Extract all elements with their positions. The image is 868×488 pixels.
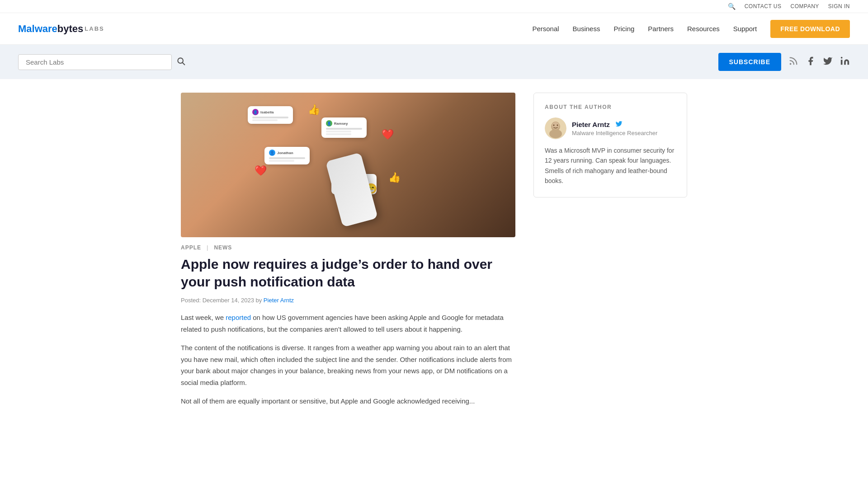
logo-blue-part: Malware [18,23,57,34]
notif-name-1: Isabella [260,110,274,114]
phone-body [326,152,378,227]
author-bio: Was a Microsoft MVP in consumer security… [545,145,676,186]
like-reaction-1: 👍 [308,104,320,116]
search-input-wrapper [18,54,185,70]
article: 👤 Isabella 👤 Ramsey [181,93,515,414]
svg-point-2 [790,63,792,65]
nav-support[interactable]: Support [733,25,757,33]
reported-link[interactable]: reported [226,314,251,321]
article-paragraph-1: Last week, we reported on how US governm… [181,312,515,335]
notif-name-2: Ramsey [334,122,348,126]
company-link[interactable]: COMPANY [791,3,819,9]
logo-black-part: bytes [57,23,83,34]
article-paragraph-3: Not all of them are equally important or… [181,395,515,407]
author-title: Malware Intelligence Researcher [572,130,657,136]
free-download-button[interactable]: FREE DOWNLOAD [770,20,850,38]
search-button[interactable] [176,56,185,68]
category-news: NEWS [214,244,232,251]
nav-personal[interactable]: Personal [532,25,559,33]
notif-card-2: 👤 Ramsey [321,117,367,138]
like-reaction-2: 👍 [388,172,401,183]
posted-date-text: Posted: December 14, 2023 by [181,297,262,304]
article-hero-image: 👤 Isabella 👤 Ramsey [181,93,515,237]
phone-illustration: 👤 Isabella 👤 Ramsey [181,93,515,237]
sign-in-link[interactable]: SIGN IN [828,3,850,9]
about-author-label: ABOUT THE AUTHOR [545,104,676,110]
rss-icon[interactable] [788,56,798,68]
search-bar: SUBSCRIBE [0,45,868,79]
author-avatar-svg [545,117,566,139]
main-content: 👤 Isabella 👤 Ramsey [163,79,705,428]
nav-business[interactable]: Business [573,25,600,33]
author-name: Pieter Arntz [572,121,610,128]
heart-reaction-1: ❤️ [382,129,394,141]
subscribe-button[interactable]: SUBSCRIBE [718,53,781,71]
svg-point-8 [553,125,555,126]
author-link[interactable]: Pieter Arntz [264,297,294,304]
article-meta: Posted: December 14, 2023 by Pieter Arnt… [181,297,515,304]
svg-line-1 [183,62,185,65]
search-input[interactable] [18,54,172,70]
author-twitter-icon[interactable] [615,120,623,129]
article-categories: APPLE | NEWS [181,244,515,251]
svg-point-7 [549,129,562,138]
nav-links: Personal Business Pricing Partners Resou… [532,20,850,38]
svg-point-9 [557,125,558,126]
nav-partners[interactable]: Partners [648,25,674,33]
facebook-icon[interactable] [806,56,816,68]
notif-card-3: 👤 Jonathan [264,147,310,164]
utility-search-icon[interactable]: 🔍 [728,3,736,10]
logo-text: Malwarebytes [18,23,83,35]
author-name-row: Pieter Arntz [572,120,657,129]
author-name-wrapper: Pieter Arntz Malware Intelligence Resear… [572,120,657,136]
article-paragraph-2: The content of the notifications is dive… [181,342,515,388]
main-nav: Malwarebytes LABS Personal Business Pric… [0,13,868,45]
notif-name-3: Jonathan [277,151,293,155]
utility-bar: 🔍 CONTACT US COMPANY SIGN IN [0,0,868,13]
search-icon [176,56,185,66]
linkedin-icon[interactable] [840,56,850,68]
author-info: Pieter Arntz Malware Intelligence Resear… [545,117,676,139]
logo-link[interactable]: Malwarebytes LABS [18,23,104,35]
social-subscribe: SUBSCRIBE [718,53,850,71]
body-p1-start: Last week, we [181,314,226,321]
notif-card-1: 👤 Isabella [248,106,293,124]
contact-us-link[interactable]: CONTACT US [745,3,782,9]
heart-reaction-2: ❤️ [255,165,267,177]
author-avatar [545,117,566,139]
twitter-icon[interactable] [823,56,833,68]
sidebar: ABOUT THE AUTHOR [533,93,687,414]
nav-pricing[interactable]: Pricing [613,25,634,33]
svg-point-3 [841,56,843,58]
category-apple: APPLE [181,244,201,251]
article-body: Last week, we reported on how US governm… [181,312,515,407]
nav-resources[interactable]: Resources [687,25,720,33]
category-divider: | [207,244,208,251]
logo-labs: LABS [85,25,104,32]
article-title: Apple now requires a judge’s order to ha… [181,255,515,291]
author-card: ABOUT THE AUTHOR [533,93,687,197]
